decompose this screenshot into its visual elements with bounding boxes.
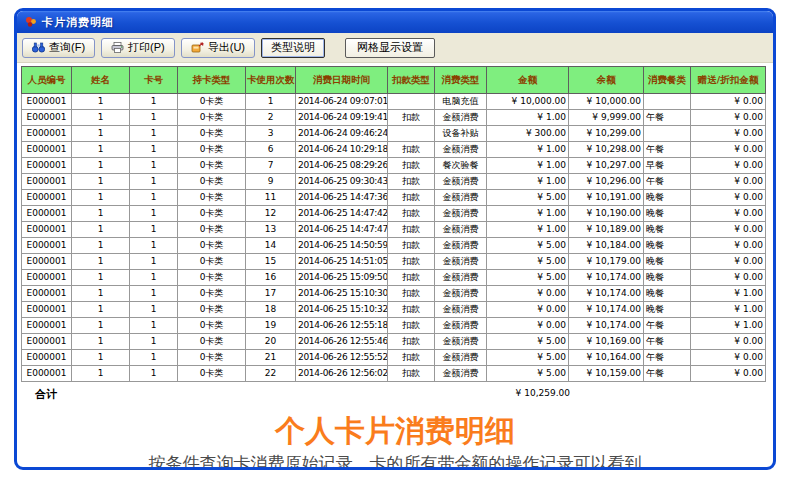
table-cell: 午餐 xyxy=(644,142,691,158)
table-row[interactable]: E000001110卡类22014-06-24 09:19:41扣款金额消费¥ … xyxy=(22,110,766,126)
table-cell: 2014-06-26 12:55:18 xyxy=(296,318,388,334)
table-cell: 扣款 xyxy=(388,158,435,174)
table-cell: ¥ 0.00 xyxy=(691,206,766,222)
table-row[interactable]: E000001110卡类212014-06-26 12:55:52扣款金额消费¥… xyxy=(22,350,766,366)
table-cell: 1 xyxy=(130,94,178,110)
column-header[interactable]: 姓名 xyxy=(72,67,130,94)
table-cell: 1 xyxy=(130,334,178,350)
table-cell: 金额消费 xyxy=(435,318,487,334)
column-header[interactable]: 消费类型 xyxy=(435,67,487,94)
table-cell: E000001 xyxy=(22,94,72,110)
table-cell: 晚餐 xyxy=(644,254,691,270)
table-cell: 0卡类 xyxy=(178,158,246,174)
table-cell: 金额消费 xyxy=(435,142,487,158)
table-row[interactable]: E000001110卡类152014-06-25 14:51:05扣款金额消费¥… xyxy=(22,254,766,270)
table-cell: 晚餐 xyxy=(644,286,691,302)
table-cell: 午餐 xyxy=(644,366,691,382)
table-row[interactable]: E000001110卡类132014-06-25 14:47:47扣款金额消费¥… xyxy=(22,222,766,238)
export-button[interactable]: 导出(U) xyxy=(181,38,255,58)
table-cell: 18 xyxy=(246,302,296,318)
table-row[interactable]: E000001110卡类182014-06-25 15:10:32扣款金额消费¥… xyxy=(22,302,766,318)
table-cell: ¥ 0.00 xyxy=(691,238,766,254)
table-row[interactable]: E000001110卡类32014-06-24 09:46:24设备补贴¥ 30… xyxy=(22,126,766,142)
table-cell: 1 xyxy=(72,270,130,286)
query-button[interactable]: 查询(F) xyxy=(22,38,95,58)
table-row[interactable]: E000001110卡类222014-06-26 12:56:02扣款金额消费¥… xyxy=(22,366,766,382)
table-cell: 午餐 xyxy=(644,318,691,334)
table-cell: ¥ 10,174.00 xyxy=(569,302,644,318)
table-cell: 2014-06-26 12:55:46 xyxy=(296,334,388,350)
table-cell: E000001 xyxy=(22,206,72,222)
table-cell: 9 xyxy=(246,174,296,190)
column-header[interactable]: 赠送/折扣金额 xyxy=(691,67,766,94)
column-header[interactable]: 持卡类型 xyxy=(178,67,246,94)
table-cell: 金额消费 xyxy=(435,286,487,302)
table-cell: ¥ 10,159.00 xyxy=(569,366,644,382)
table-cell: 1 xyxy=(72,190,130,206)
table-cell: 0卡类 xyxy=(178,302,246,318)
column-header[interactable]: 人员编号 xyxy=(22,67,72,94)
table-cell: ¥ 1.00 xyxy=(691,286,766,302)
table-cell: 0卡类 xyxy=(178,94,246,110)
table-cell: 0卡类 xyxy=(178,318,246,334)
table-cell: 1 xyxy=(72,158,130,174)
table-row[interactable]: E000001110卡类192014-06-26 12:55:18扣款金额消费¥… xyxy=(22,318,766,334)
column-header[interactable]: 余额 xyxy=(569,67,644,94)
table-cell: 1 xyxy=(130,270,178,286)
table-cell: 0卡类 xyxy=(178,270,246,286)
table-cell: 1 xyxy=(130,366,178,382)
table-cell: ¥ 5.00 xyxy=(487,238,569,254)
table-cell: 1 xyxy=(72,222,130,238)
column-header[interactable]: 消费餐类 xyxy=(644,67,691,94)
table-cell: ¥ 10,298.00 xyxy=(569,142,644,158)
table-row[interactable]: E000001110卡类72014-06-25 08:29:26扣款餐次验餐¥ … xyxy=(22,158,766,174)
table-cell: ¥ 5.00 xyxy=(487,366,569,382)
table-cell: 1 xyxy=(130,302,178,318)
column-header[interactable]: 金额 xyxy=(487,67,569,94)
app-icon xyxy=(25,13,37,32)
table-cell: ¥ 5.00 xyxy=(487,350,569,366)
column-header[interactable]: 消费日期时间 xyxy=(296,67,388,94)
table-row[interactable]: E000001110卡类62014-06-24 10:29:18扣款金额消费¥ … xyxy=(22,142,766,158)
print-button[interactable]: 打印(P) xyxy=(101,38,175,58)
table-cell: E000001 xyxy=(22,270,72,286)
table-cell: 2014-06-25 14:47:42 xyxy=(296,206,388,222)
column-header[interactable]: 卡使用次数 xyxy=(246,67,296,94)
header-row: 人员编号姓名卡号持卡类型卡使用次数消费日期时间扣款类型消费类型金额余额消费餐类赠… xyxy=(22,67,766,94)
column-header[interactable]: 卡号 xyxy=(130,67,178,94)
table-row[interactable]: E000001110卡类92014-06-25 09:30:43扣款金额消费¥ … xyxy=(22,174,766,190)
table-cell: ¥ 0.00 xyxy=(691,366,766,382)
caption-subtitle: 按条件查询卡消费原始记录，卡的所有带金额的操作记录可以看到 xyxy=(17,452,773,470)
table-cell: 2014-06-26 12:56:02 xyxy=(296,366,388,382)
table-cell: 扣款 xyxy=(388,350,435,366)
table-cell: 1 xyxy=(130,254,178,270)
grid-display-settings-button[interactable]: 网格显示设置 xyxy=(345,38,435,58)
table-row[interactable]: E000001110卡类112014-06-25 14:47:36扣款金额消费¥… xyxy=(22,190,766,206)
table-cell: 2014-06-24 09:19:41 xyxy=(296,110,388,126)
table-cell: 20 xyxy=(246,334,296,350)
total-amount: ¥ 10,259.00 xyxy=(490,382,570,404)
column-header[interactable]: 扣款类型 xyxy=(388,67,435,94)
caption-area: 个人卡片消费明细 按条件查询卡消费原始记录，卡的所有带金额的操作记录可以看到 xyxy=(17,414,773,470)
table-cell: 1 xyxy=(72,238,130,254)
table-row[interactable]: E000001110卡类12014-06-24 09:07:01电脑充值¥ 10… xyxy=(22,94,766,110)
export-icon xyxy=(191,42,204,53)
table-row[interactable]: E000001110卡类122014-06-25 14:47:42扣款金额消费¥… xyxy=(22,206,766,222)
toolbar: 查询(F) 打印(P) 导出(U) xyxy=(17,33,773,63)
table-cell: 15 xyxy=(246,254,296,270)
table-row[interactable]: E000001110卡类172014-06-25 15:10:30扣款金额消费¥… xyxy=(22,286,766,302)
table-cell: ¥ 1.00 xyxy=(691,318,766,334)
table-cell: 午餐 xyxy=(644,174,691,190)
table-row[interactable]: E000001110卡类142014-06-25 14:50:59扣款金额消费¥… xyxy=(22,238,766,254)
table-cell: 1 xyxy=(72,254,130,270)
table-cell xyxy=(388,94,435,110)
table-cell: ¥ 1.00 xyxy=(691,302,766,318)
table-cell: 扣款 xyxy=(388,206,435,222)
table-cell: 1 xyxy=(130,286,178,302)
table-cell: E000001 xyxy=(22,254,72,270)
table-container: 人员编号姓名卡号持卡类型卡使用次数消费日期时间扣款类型消费类型金额余额消费餐类赠… xyxy=(17,63,773,404)
table-row[interactable]: E000001110卡类202014-06-26 12:55:46扣款金额消费¥… xyxy=(22,334,766,350)
type-description-button[interactable]: 类型说明 xyxy=(261,38,325,58)
table-cell: E000001 xyxy=(22,286,72,302)
table-row[interactable]: E000001110卡类162014-06-25 15:09:50扣款金额消费¥… xyxy=(22,270,766,286)
